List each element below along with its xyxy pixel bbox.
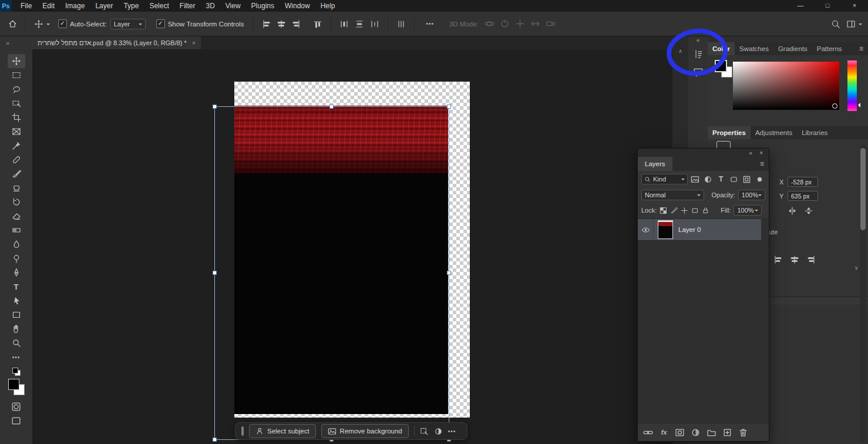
brush-tool[interactable]	[8, 167, 25, 181]
close-panel-icon[interactable]: ×	[759, 150, 763, 156]
healing-brush-tool[interactable]	[8, 153, 25, 167]
maximize-button[interactable]: □	[814, 0, 841, 12]
adjustments-icon[interactable]	[434, 427, 443, 436]
move-tool-preset-icon[interactable]	[31, 16, 46, 32]
crop-tool[interactable]	[8, 110, 25, 125]
tab-patterns[interactable]: Patterns	[812, 42, 847, 55]
layer-style-icon[interactable]: fx	[658, 427, 669, 438]
3d-slide-icon[interactable]	[528, 16, 543, 32]
panel-menu-icon[interactable]: ≡	[859, 45, 863, 53]
default-colors-icon[interactable]	[12, 368, 21, 376]
expand-panels-icon[interactable]: «	[697, 36, 700, 45]
menu-item-plugins[interactable]: Plugins	[246, 0, 280, 12]
transform-bounding-box[interactable]	[214, 106, 449, 440]
foreground-color-swatch[interactable]	[715, 60, 727, 72]
add-layer-mask-icon[interactable]	[674, 427, 685, 438]
tab-libraries[interactable]: Libraries	[797, 126, 832, 139]
search-icon[interactable]	[828, 16, 843, 32]
eyedropper-tool[interactable]	[8, 139, 25, 153]
new-layer-icon[interactable]	[722, 427, 733, 438]
path-selection-tool[interactable]	[8, 294, 25, 308]
pen-tool[interactable]	[8, 265, 25, 280]
rectangle-tool[interactable]	[8, 308, 25, 322]
workspace-switcher-icon[interactable]	[843, 16, 859, 32]
layer-row-selected[interactable]: Layer 0	[638, 219, 761, 241]
y-position-field[interactable]: 635 px	[788, 191, 818, 201]
lock-transparency-icon[interactable]	[660, 207, 667, 214]
lock-position-icon[interactable]	[681, 207, 688, 214]
link-layers-icon[interactable]	[642, 427, 654, 438]
filter-smart-objects-icon[interactable]	[742, 173, 752, 185]
menu-item-layer[interactable]: Layer	[90, 0, 118, 12]
transform-handle-middle-left[interactable]	[213, 271, 217, 275]
chevron-down-icon[interactable]	[46, 23, 50, 27]
select-subject-button[interactable]: Select subject	[249, 424, 316, 438]
menu-item-select[interactable]: Select	[144, 0, 174, 12]
distribute-spacing-icon[interactable]	[393, 16, 409, 32]
align-center-icon[interactable]	[790, 255, 799, 264]
expand-toolbar-icon[interactable]: »	[6, 39, 9, 46]
edit-toolbar-icon[interactable]: •••	[8, 350, 25, 364]
show-transform-checkbox[interactable]: ✓	[156, 19, 165, 28]
new-adjustment-layer-icon[interactable]	[690, 427, 701, 438]
layer-visibility-toggle[interactable]	[638, 219, 654, 240]
new-group-icon[interactable]	[706, 427, 717, 438]
foreground-color-swatch[interactable]	[8, 379, 19, 390]
filter-shape-layers-icon[interactable]	[729, 173, 739, 185]
tab-layers[interactable]: Layers	[638, 157, 672, 171]
clone-stamp-tool[interactable]	[8, 181, 25, 195]
foreground-background-swatches[interactable]	[8, 378, 25, 396]
screen-mode-icon[interactable]	[8, 413, 25, 428]
tab-properties[interactable]: Properties	[708, 126, 751, 139]
menu-item-filter[interactable]: Filter	[174, 0, 201, 12]
move-tool[interactable]	[8, 54, 25, 68]
distribute-horizontal-icon[interactable]	[367, 16, 382, 32]
zoom-tool[interactable]	[8, 336, 25, 350]
menu-item-file[interactable]: File	[15, 0, 37, 12]
3d-orbit-icon[interactable]	[482, 16, 497, 32]
minimize-button[interactable]: —	[787, 0, 814, 12]
hue-slider-marker[interactable]	[856, 103, 860, 107]
lock-artboard-icon[interactable]	[691, 207, 699, 214]
filter-pixel-layers-icon[interactable]	[690, 173, 701, 185]
history-brush-tool[interactable]	[8, 195, 25, 209]
distribute-vertical-icon[interactable]	[337, 16, 352, 32]
tab-color[interactable]: Color	[708, 42, 735, 55]
document-tab[interactable]: אדם מתפל לשחרית.psd @ 8.33% (Layer 0, RG…	[32, 36, 201, 49]
3d-roll-icon[interactable]	[497, 16, 513, 32]
panel-scrollbar[interactable]	[860, 146, 866, 442]
tab-close-icon[interactable]: ×	[192, 39, 196, 46]
color-picker-marker[interactable]	[832, 103, 837, 109]
x-position-field[interactable]: -528 px	[788, 177, 818, 187]
menu-item-edit[interactable]: Edit	[37, 0, 60, 12]
align-right-icon[interactable]	[806, 255, 816, 264]
gradient-tool[interactable]	[8, 223, 25, 237]
flip-horizontal-icon[interactable]	[788, 206, 797, 216]
scroll-down-icon[interactable]: ∨	[854, 265, 859, 271]
transform-handle-middle-right[interactable]	[447, 271, 451, 275]
auto-select-target-dropdown[interactable]: Layer	[110, 19, 146, 29]
menu-item-image[interactable]: Image	[60, 0, 90, 12]
tab-swatches[interactable]: Swatches	[735, 42, 773, 55]
home-icon[interactable]	[5, 16, 20, 32]
align-horizontal-centers-icon[interactable]	[274, 16, 289, 32]
filter-adjustment-layers-icon[interactable]	[703, 173, 714, 185]
lock-pixels-icon[interactable]	[670, 207, 678, 214]
menu-item-view[interactable]: View	[220, 0, 246, 12]
blur-tool[interactable]	[8, 237, 25, 251]
3d-camera-icon[interactable]	[543, 16, 559, 32]
taskbar-drag-handle[interactable]	[241, 426, 244, 436]
hue-slider[interactable]	[847, 60, 857, 111]
comments-panel-icon[interactable]	[691, 65, 706, 80]
more-options-icon[interactable]: •••	[426, 21, 434, 27]
canvas-area[interactable]: Select subject Remove background •••	[32, 49, 672, 444]
blend-mode-dropdown[interactable]: Normal	[641, 190, 704, 200]
taskbar-more-icon[interactable]: •••	[448, 428, 456, 435]
chevron-down-icon[interactable]	[859, 23, 862, 27]
align-left-edges-icon[interactable]	[258, 16, 274, 32]
layer-filter-kind-dropdown[interactable]: Kind	[641, 174, 688, 184]
delete-layer-icon[interactable]	[738, 427, 749, 438]
eraser-tool[interactable]	[8, 209, 25, 223]
layer-name[interactable]: Layer 0	[678, 226, 701, 233]
distribute-centers-icon[interactable]	[352, 16, 367, 32]
